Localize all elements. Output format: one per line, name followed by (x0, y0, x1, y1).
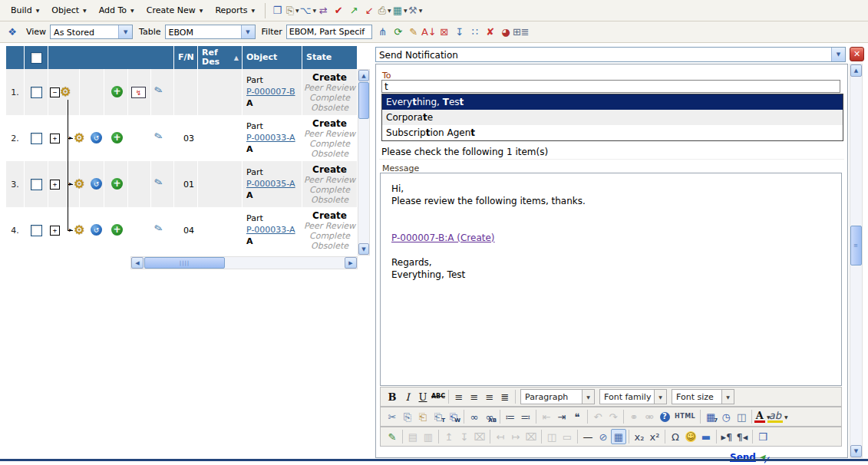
row-checkbox[interactable] (31, 179, 42, 190)
remove-format-button[interactable]: ⊘ (596, 429, 611, 444)
scroll-up-icon[interactable]: ▲ (850, 64, 862, 77)
link-button[interactable]: ⚭ (626, 409, 642, 424)
copy-button[interactable]: ⎘ (400, 409, 415, 424)
outline-levels-icon[interactable]: ⊞≣ (513, 25, 529, 40)
open-window-icon[interactable]: ❐ (269, 3, 285, 18)
clear-filter-icon[interactable]: ⊠ (437, 25, 452, 40)
split-cells-button[interactable]: ◫ (544, 429, 559, 444)
switch-window-icon[interactable]: ⇄ (315, 3, 331, 18)
delete-row-button[interactable]: ⌧ (472, 429, 487, 444)
expander-toggle[interactable]: + (50, 134, 60, 143)
part-link[interactable]: P-000007-B (246, 87, 295, 97)
grid-hscroll-thumb[interactable]: |||| (144, 257, 225, 269)
message-editor[interactable]: Hi,Please review the following items, th… (380, 173, 842, 386)
menu-build[interactable]: Build▼ (5, 3, 45, 18)
suggestion-item[interactable]: Subscription Agent (382, 125, 843, 140)
align-left-button[interactable]: ≡ (451, 389, 467, 404)
font-family-select[interactable]: Font family▼ (599, 389, 667, 404)
align-justify-button[interactable]: ≣ (497, 389, 513, 404)
chevron-down-icon[interactable]: ▼ (118, 25, 132, 38)
paste-text-button[interactable]: ⎗T (431, 409, 446, 424)
demote-icon[interactable]: ↙ (361, 3, 377, 18)
chevron-down-icon[interactable]: ▼ (721, 390, 734, 404)
bold-button[interactable]: B (384, 389, 400, 404)
suggestion-item[interactable]: Corporate (382, 110, 843, 125)
filter-tree-icon[interactable]: ⋔ (375, 25, 391, 40)
find-button[interactable]: ∞ (467, 409, 482, 424)
menu-add-to[interactable]: Add To▼ (93, 3, 140, 18)
blockquote-button[interactable]: ❝ (569, 409, 585, 424)
guidelines-button[interactable]: ▦ (611, 429, 626, 444)
refresh-icon[interactable]: ⟳ (391, 25, 406, 40)
emoticon-button[interactable]: ☺ (683, 429, 698, 444)
row-checkbox[interactable] (31, 87, 42, 98)
tools-icon[interactable]: ⚒▼ (408, 3, 423, 18)
advanced-hr-button[interactable]: ▬ (698, 429, 714, 444)
table-select[interactable]: EBOM ▼ (165, 25, 256, 39)
chevron-down-icon[interactable]: ▼ (831, 48, 845, 61)
align-right-button[interactable]: ≡ (482, 389, 497, 404)
part-link[interactable]: P-000035-A (246, 179, 295, 189)
panel-vscroll-thumb[interactable]: ≡ (850, 226, 862, 265)
sort-az-icon[interactable]: A↓ (421, 25, 437, 40)
align-center-button[interactable]: ≡ (467, 389, 482, 404)
hr-button[interactable]: — (580, 429, 596, 444)
merge-cells-button[interactable]: ▭ (559, 429, 575, 444)
font-size-select[interactable]: Font size▼ (672, 389, 734, 404)
scroll-down-icon[interactable]: ▼ (358, 243, 369, 255)
row-checkbox[interactable] (31, 133, 42, 144)
suggestion-item[interactable]: Everything, Test (382, 94, 843, 110)
expand-levels-icon[interactable]: ↧ (452, 25, 467, 40)
close-icon[interactable]: ✕ (850, 47, 864, 61)
expander-toggle[interactable]: + (50, 226, 60, 236)
numbered-list-button[interactable]: ≕ (518, 409, 533, 424)
header-ref-des[interactable]: Ref Des ▲ (198, 46, 243, 69)
special-char-button[interactable]: Ω (668, 429, 683, 444)
copy-icon[interactable]: ⎘▼ (285, 3, 300, 18)
paste-button[interactable]: ⎗ (415, 409, 431, 424)
pie-chart-icon[interactable]: ◕ (498, 25, 513, 40)
superscript-button[interactable]: x² (647, 429, 662, 444)
row-checkbox[interactable] (31, 225, 42, 236)
structure-copy-icon[interactable]: ⌥▼ (300, 3, 315, 18)
promote-icon[interactable]: ↗ (346, 3, 361, 18)
menu-object[interactable]: Object▼ (45, 3, 92, 18)
message-item-link[interactable]: P-000007-B:A (Create) (391, 232, 495, 243)
chevron-down-icon[interactable]: ▼ (241, 25, 255, 38)
panel-vertical-scrollbar[interactable]: ▲ ≡ ▼ (850, 64, 863, 458)
menu-reports[interactable]: Reports▼ (209, 3, 261, 18)
approve-check-icon[interactable]: ✔ (331, 3, 346, 18)
chevron-down-icon[interactable]: ▼ (582, 390, 594, 404)
redo-button[interactable]: ↷ (606, 409, 621, 424)
header-state[interactable]: State (302, 46, 358, 69)
underline-button[interactable]: U (415, 389, 431, 404)
italic-button[interactable]: I (400, 389, 415, 404)
bullet-list-button[interactable]: ≔ (503, 409, 518, 424)
expander-toggle[interactable]: + (50, 180, 60, 190)
help-button[interactable]: ? (657, 409, 672, 424)
cut-button[interactable]: ✂ (384, 409, 400, 424)
highlight-color-button[interactable]: ab▼ (770, 409, 785, 424)
indent-button[interactable]: ⇥ (554, 409, 569, 424)
grid-horizontal-scrollbar[interactable]: ◀ |||| ▶ (130, 256, 358, 269)
new-edit-button[interactable]: ✎ (384, 429, 400, 444)
part-link[interactable]: P-000033-A (246, 133, 295, 143)
header-fn[interactable]: F/N (174, 46, 198, 69)
ltr-button[interactable]: ▸¶ (719, 429, 734, 444)
outdent-button[interactable]: ⇤ (539, 409, 554, 424)
edit-note-icon[interactable]: ✎ (406, 25, 421, 40)
table-row-props-button[interactable]: ▤ (405, 429, 421, 444)
strikethrough-button[interactable]: ABC (431, 389, 446, 404)
scroll-right-icon[interactable]: ▶ (345, 257, 357, 269)
insert-row-before-button[interactable]: ↥ (441, 429, 457, 444)
table-cell-props-button[interactable]: ▥ (421, 429, 436, 444)
pin-connector-icon[interactable]: ✘ (483, 25, 498, 40)
to-input[interactable] (381, 80, 840, 93)
scroll-left-icon[interactable]: ◀ (131, 257, 144, 269)
part-link[interactable]: P-000033-A (246, 225, 295, 235)
fullscreen-button[interactable]: ❒ (755, 429, 771, 444)
find-replace-button[interactable]: ∞AB (482, 409, 497, 424)
expand-all-icon[interactable]: ❖ (5, 25, 20, 40)
delete-col-button[interactable]: ⌧ (523, 429, 539, 444)
tree-nodes-icon[interactable]: ∷ (467, 25, 483, 40)
